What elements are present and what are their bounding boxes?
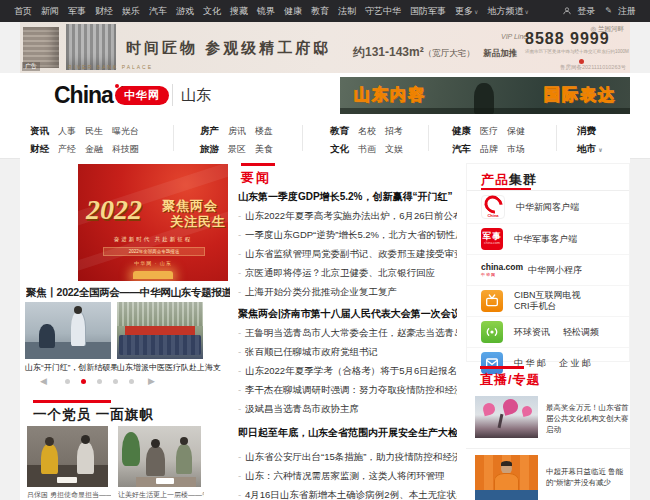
- register-button[interactable]: 注册: [618, 5, 636, 18]
- top-nav-item[interactable]: 文化: [203, 5, 221, 18]
- news-headline[interactable]: 上海开始分类分批推动企业复工复产: [238, 282, 457, 301]
- cat-nav-item[interactable]: 文娱: [385, 143, 403, 156]
- news-headline[interactable]: 聚焦两会|济南市第十八届人民代表大会第一次会议...: [238, 304, 457, 323]
- cat-nav-item[interactable]: 消费: [577, 125, 596, 138]
- product-item-mini-program[interactable]: china.com 中华网 中华网小程序: [467, 255, 629, 286]
- news-headline[interactable]: 山东省监狱管理局党委副书记、政委邢玉建接受审查...: [238, 244, 457, 263]
- top-nav-item[interactable]: 法制: [338, 5, 356, 18]
- top-nav-item[interactable]: 守艺中华: [365, 5, 401, 18]
- top-nav-item[interactable]: 搜藏: [230, 5, 248, 18]
- live-thumb-football[interactable]: [475, 455, 538, 500]
- carousel-dot[interactable]: [113, 379, 118, 384]
- top-nav-item[interactable]: 财经: [95, 5, 113, 18]
- region-label[interactable]: 山东: [181, 86, 211, 105]
- cat-nav-item[interactable]: 人事: [58, 125, 76, 138]
- news-headline[interactable]: 4月16日山东省新增本土确诊病例2例、本土无症状感...: [238, 485, 457, 500]
- top-nav-item[interactable]: 新闻: [41, 5, 59, 18]
- carousel-next-button[interactable]: ▶: [148, 377, 155, 386]
- video-thumb-interview-1[interactable]: [27, 426, 108, 487]
- login-button[interactable]: 登录: [577, 5, 595, 18]
- top-nav-item[interactable]: 军事: [68, 5, 86, 18]
- carousel-dot[interactable]: [65, 379, 70, 384]
- top-nav-item[interactable]: 国防军事: [410, 5, 446, 18]
- carousel-prev-button[interactable]: ◀: [40, 377, 47, 386]
- player-jersey: [494, 473, 519, 491]
- ad-dot-decoration: [579, 59, 584, 64]
- crowd-arm: [498, 414, 504, 428]
- cat-nav-item[interactable]: 品牌: [480, 143, 498, 156]
- cat-nav-item[interactable]: 房讯: [228, 125, 246, 138]
- cat-nav-item[interactable]: 名校: [358, 125, 376, 138]
- video-caption[interactable]: 吕保国 勇担使命显担当——专访济南: [27, 490, 111, 500]
- cat-nav-item-cities[interactable]: 地市∨: [577, 143, 603, 156]
- name-card: [156, 478, 174, 484]
- product-item-military-app[interactable]: 军事 china.com 中华军事客户端: [467, 224, 629, 255]
- news-headline[interactable]: 即日起至年底，山东全省范围内开展安全生产大检查: [238, 423, 457, 442]
- cat-nav-item[interactable]: 房产: [200, 125, 219, 138]
- news-headline[interactable]: 山东2022年夏季高考实施办法出炉，6月26日前公布...: [238, 206, 457, 225]
- carousel-dot[interactable]: [129, 379, 134, 384]
- cat-nav-item[interactable]: 书画: [358, 143, 376, 156]
- cat-nav-item[interactable]: 楼盘: [255, 125, 273, 138]
- person-silhouette: [77, 442, 94, 474]
- carousel-dot-active[interactable]: [81, 379, 86, 384]
- news-headline[interactable]: 一季度山东GDP“逆势”增长5.2%，北方大省的韧性从...: [238, 225, 457, 244]
- cat-nav-item[interactable]: 健康: [452, 125, 471, 138]
- cat-nav-item[interactable]: 招考: [385, 125, 403, 138]
- cat-nav-item[interactable]: 民生: [85, 125, 103, 138]
- cat-nav-item[interactable]: 保健: [507, 125, 525, 138]
- product-item-cibn-tv[interactable]: CIBN互联网电视 CRI手机台: [467, 286, 629, 317]
- feature-article-title[interactable]: 聚焦丨2022全国两会——中华网山东专题报道: [26, 286, 230, 300]
- cat-nav-item[interactable]: 景区: [228, 143, 246, 156]
- two-sessions-carousel-banner[interactable]: 2022 聚焦两会 关注民生 奋进新时代 共赴新征程 2022年全国两会专题报道…: [78, 164, 228, 281]
- top-nav-local-channels[interactable]: 地方频道∨: [487, 5, 528, 18]
- top-nav-more[interactable]: 更多∨: [455, 5, 478, 18]
- ad-banner[interactable]: RIVER BANK PALACE 广告 时间匠物 参观级精工府邸 约131-1…: [20, 22, 630, 73]
- top-nav-item[interactable]: 健康: [284, 5, 302, 18]
- live-thumb-culture-contest[interactable]: [475, 396, 538, 438]
- news-headline[interactable]: 山东2022年夏季学考（合格考）将于5月6日起报名，...: [238, 361, 457, 380]
- cat-nav-item[interactable]: 文化: [330, 143, 349, 156]
- cat-nav-item[interactable]: 资讯: [30, 125, 49, 138]
- cat-nav-item[interactable]: 市场: [507, 143, 525, 156]
- news-headline[interactable]: 山东省公安厅出台“15条措施”，助力疫情防控和经济...: [238, 447, 457, 466]
- cat-nav-item[interactable]: 旅游: [200, 143, 219, 156]
- news-headline[interactable]: 山东第一季度GDP增长5.2%，创新赢得“开门红”: [238, 187, 457, 206]
- cat-nav-item[interactable]: 美食: [255, 143, 273, 156]
- news-headline[interactable]: 李干杰在聊城调研时强调：努力夺取疫情防控和经济...: [238, 380, 457, 399]
- cat-nav-item[interactable]: 汽车: [452, 143, 471, 156]
- cat-nav-item[interactable]: 医疗: [480, 125, 498, 138]
- cat-nav-item[interactable]: 财经: [30, 143, 49, 156]
- cat-nav-item[interactable]: 曝光台: [112, 125, 139, 138]
- top-nav-item[interactable]: 首页: [14, 5, 32, 18]
- cat-nav-item[interactable]: 教育: [330, 125, 349, 138]
- product-item-radio[interactable]: 环球资讯轻松调频: [467, 317, 629, 348]
- banner-brand: 中华网 · 山东: [78, 260, 228, 266]
- top-nav-item[interactable]: 汽车: [149, 5, 167, 18]
- photo-caption[interactable]: 山东“开门红”，创新结硕果: [25, 362, 118, 373]
- cat-nav-item[interactable]: 金融: [85, 143, 103, 156]
- news-headline[interactable]: 汲斌昌当选青岛市政协主席: [238, 399, 457, 418]
- product-item-news-app[interactable]: China 中华新闻客户端: [467, 191, 629, 224]
- zhonghuawang-badge[interactable]: 中华网: [115, 86, 169, 105]
- top-nav-item[interactable]: 镜界: [257, 5, 275, 18]
- cat-nav-item[interactable]: 产经: [58, 143, 76, 156]
- header-promo-banner[interactable]: 山东内容 国际表达: [340, 77, 630, 114]
- live-item-title[interactable]: 中超开幕日益临近 鲁能的“烦恼”并没有减少: [546, 466, 630, 488]
- top-nav-item[interactable]: 娱乐: [122, 5, 140, 18]
- video-caption[interactable]: 让美好生活更上一层楼——专访: [118, 490, 204, 500]
- carousel-dot[interactable]: [97, 379, 102, 384]
- video-thumb-interview-2[interactable]: [118, 426, 201, 487]
- news-headline[interactable]: 山东：六种情况需居家监测，这类人将闭环管理: [238, 466, 457, 485]
- news-headline[interactable]: 京医通即将停运？北京卫健委、北京银行回应: [238, 263, 457, 282]
- news-headline[interactable]: 王鲁明当选青岛市人大常委会主任，赵豪志当选青岛...: [238, 323, 457, 342]
- live-item-title[interactable]: 最高奖金万元！山东省首届公共文化机构文创大赛启动: [546, 402, 630, 435]
- news-headline[interactable]: 张百顺已任聊城市政府党组书记: [238, 342, 457, 361]
- top-nav-item[interactable]: 教育: [311, 5, 329, 18]
- photo-thumb-medical-team[interactable]: [117, 302, 203, 359]
- top-nav-item[interactable]: 游戏: [176, 5, 194, 18]
- ad-tag: 广告: [22, 62, 40, 71]
- photo-thumb-office[interactable]: [25, 302, 111, 359]
- cat-nav-item[interactable]: 科技圈: [112, 143, 139, 156]
- photo-caption[interactable]: 山东增派中医医疗队赴上海支: [117, 362, 221, 373]
